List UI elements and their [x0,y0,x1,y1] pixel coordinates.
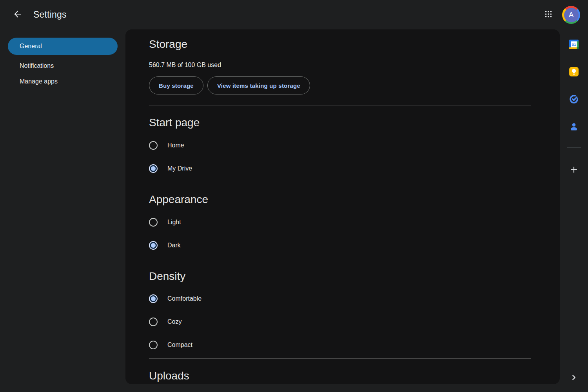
sidebar-item-general[interactable]: General [8,38,118,55]
radio-option-label: Home [167,142,184,149]
get-add-ons-button[interactable] [568,165,579,176]
density-option-comfortable[interactable]: Comfortable [149,291,531,307]
google-keep-icon [569,67,579,78]
back-arrow-icon [13,9,23,21]
chevron-right-icon [570,373,578,383]
calendar-app-button[interactable]: 31 [568,40,579,51]
svg-text:31: 31 [572,42,576,47]
density-option-cozy[interactable]: Cozy [149,314,531,330]
radio-unselected-icon[interactable] [149,341,158,349]
apps-grid-icon [544,10,553,20]
appearance-section-title: Appearance [149,192,531,207]
radio-option-label: My Drive [167,165,192,172]
start-page-option-home[interactable]: Home [149,138,531,153]
radio-unselected-icon[interactable] [149,218,158,227]
view-items-storage-button[interactable]: View items taking up storage [207,76,310,94]
radio-selected-icon[interactable] [149,241,158,250]
tasks-app-button[interactable] [568,94,579,105]
radio-unselected-icon[interactable] [149,141,158,150]
avatar-letter: A [564,8,579,22]
storage-usage-text: 560.7 MB of 100 GB used [149,62,531,69]
plus-icon [569,165,579,176]
radio-option-label: Compact [167,341,192,348]
topbar: Settings A [0,0,588,29]
sidebar-item-notifications[interactable]: Notifications [0,58,125,74]
uploads-section-title: Uploads [149,369,531,383]
sidebar-item-label: Notifications [20,62,54,69]
buy-storage-button[interactable]: Buy storage [149,76,203,94]
section-divider [149,259,531,259]
settings-sidebar: General Notifications Manage apps [0,29,125,89]
storage-buttons-row: Buy storage View items taking up storage [149,76,531,94]
page-title: Settings [33,0,67,29]
radio-option-label: Light [167,219,181,226]
radio-option-label: Cozy [167,318,181,325]
rail-separator [567,147,581,148]
google-calendar-icon: 31 [569,39,579,51]
storage-section-title: Storage [149,37,531,51]
radio-option-label: Comfortable [167,295,201,302]
section-divider [149,105,531,105]
start-page-option-my-drive[interactable]: My Drive [149,161,531,176]
show-side-panel-button[interactable] [568,373,579,384]
appearance-option-dark[interactable]: Dark [149,238,531,253]
radio-option-label: Dark [167,242,181,249]
density-option-compact[interactable]: Compact [149,337,531,353]
contacts-person-icon [569,122,579,133]
account-avatar[interactable]: A [562,6,580,24]
appearance-option-light[interactable]: Light [149,214,531,230]
side-panel-rail: 31 [560,29,588,392]
radio-selected-icon[interactable] [149,294,158,303]
contacts-app-button[interactable] [568,122,579,133]
keep-app-button[interactable] [568,67,579,78]
density-section-title: Density [149,269,531,283]
back-button[interactable] [12,9,24,21]
section-divider [149,182,531,182]
radio-selected-icon[interactable] [149,164,158,173]
sidebar-item-label: Manage apps [20,78,58,85]
google-apps-button[interactable] [543,10,554,20]
radio-unselected-icon[interactable] [149,318,158,326]
section-divider [149,358,531,359]
start-page-section-title: Start page [149,116,531,130]
settings-content-panel: Storage 560.7 MB of 100 GB used Buy stor… [125,29,560,384]
google-tasks-icon [569,94,579,106]
sidebar-item-manage-apps[interactable]: Manage apps [0,74,125,89]
sidebar-item-label: General [20,43,42,50]
